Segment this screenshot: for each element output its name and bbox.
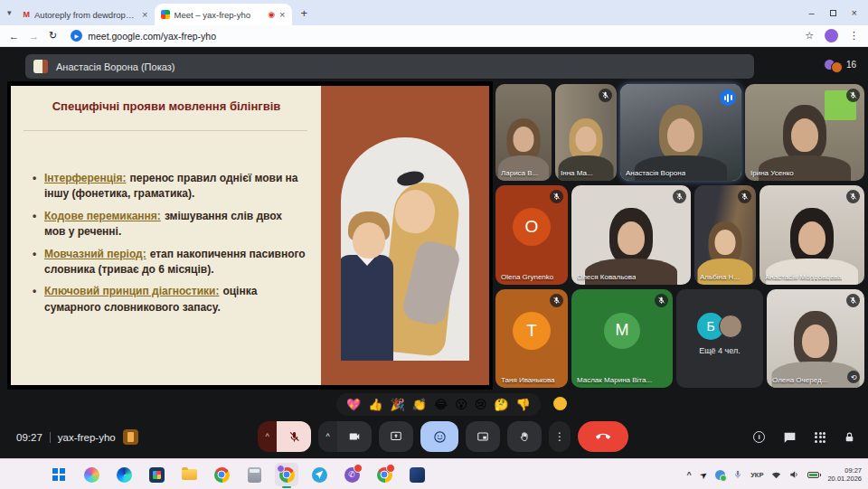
slide-bullet: Інтерференція:перенос правил однієї мови… [33,171,306,202]
presenter-banner: Анастасія Ворона (Показ) [25,54,754,79]
layout-button[interactable] [466,421,500,452]
overflow-count: Ещё 4 чел. [676,346,763,355]
bookmark-star-icon[interactable]: ☆ [805,30,814,42]
host-controls-button[interactable] [844,431,855,444]
volume-icon[interactable] [789,470,799,479]
camera-button[interactable] [337,421,372,452]
telegram-tray-icon[interactable]: ➤ [697,468,709,481]
participant-tile[interactable]: Анастасія Ворона [620,84,741,181]
slide-bullet: Кодове перемикання:змішування слів двох … [33,209,306,240]
window-maximize-button[interactable] [830,10,836,16]
mic-off-icon [550,294,563,307]
participant-count: 16 [846,60,856,70]
presentation-thumbnail [33,60,48,73]
participant-tile[interactable]: Анастасія Мордовцева [760,185,864,285]
reaction-thumbs-down-button[interactable]: 👎 [516,399,531,410]
browser-menu-icon[interactable]: ⋮ [849,30,859,42]
meet-app: Анастасія Ворона (Показ) 16 Специфічні п… [0,47,868,458]
reaction-laugh-button[interactable]: 😂 [434,399,448,410]
window-minimize-button[interactable]: – [808,7,814,18]
calculator-taskbar-icon[interactable] [242,463,266,486]
start-taskbar-icon[interactable] [47,463,71,486]
screen: ▾ M Autoreply from dewdrop@uk... × Meet … [0,0,868,489]
audio-indicator-icon [720,89,736,106]
language-indicator[interactable]: УКР [750,471,763,479]
raise-hand-button[interactable] [507,421,542,452]
avatar: М [604,313,640,349]
slide-bullet: Ключовий принцип діагностики:оцінка сума… [33,284,306,315]
mic-button[interactable] [277,421,311,452]
store-taskbar-icon[interactable] [145,463,168,486]
file-explorer-taskbar-icon[interactable] [177,463,201,486]
window-close-button[interactable]: × [852,7,857,18]
network-status-icon[interactable] [715,470,725,480]
flip-camera-icon[interactable]: ⟲ [847,371,860,383]
participants-badge[interactable]: 16 [824,56,856,73]
meet-app-taskbar-icon[interactable] [275,463,298,486]
tab-search-chevron-icon[interactable]: ▾ [7,8,12,17]
avatar [831,61,843,73]
back-button[interactable]: ← [9,31,19,42]
participant-tile[interactable]: ⟲Олена Очеред... [767,289,864,388]
browser-tab-meet[interactable]: Meet – yax-frep-yho ◉ × [155,4,292,25]
new-tab-button[interactable]: + [301,6,308,20]
participant-tile[interactable]: ТТаня Иванькова [495,289,568,388]
reaction-surprised-button[interactable]: 😮 [455,399,467,410]
info-button[interactable]: i [753,431,765,443]
activities-button[interactable] [815,432,826,443]
mic-tray-icon[interactable] [733,469,742,480]
participant-name: Інна Ма... [561,169,593,177]
participant-name: Маслак Марина Віта... [577,376,652,384]
participant-tile[interactable]: OOlena Grynenko [495,185,568,285]
tray-date: 20.01.2026 [827,475,862,483]
copilot-taskbar-icon[interactable] [80,463,103,486]
reaction-clap-button[interactable]: 👏 [412,399,427,410]
chrome-profile-taskbar-icon[interactable] [373,463,396,486]
participant-tile[interactable]: ММаслак Марина Віта... [571,289,673,388]
chat-button[interactable] [783,431,797,444]
profile-avatar[interactable] [825,29,838,42]
participant-tile[interactable]: Ірина Усенко [745,84,864,181]
reaction-heart-button[interactable]: 💖 [346,399,361,410]
participant-tile[interactable]: Лариса В... [495,84,552,181]
mic-off-icon [655,294,668,307]
end-call-button[interactable] [578,421,628,452]
close-tab-icon[interactable]: × [279,9,285,20]
meeting-room-icon[interactable] [123,429,138,445]
reaction-thumbs-up-button[interactable]: 👍 [368,399,382,410]
browser-tab-gmail[interactable]: M Autoreply from dewdrop@uk... × [17,4,155,25]
avatar: Б [697,313,742,340]
tray-chevron-icon[interactable]: ^ [687,470,692,479]
edge-taskbar-icon[interactable] [112,463,136,486]
participant-tile[interactable]: Інна Ма... [555,84,617,181]
more-options-button[interactable]: ⋮ [549,421,571,452]
forward-button[interactable]: → [29,31,39,42]
reload-button[interactable]: ↻ [49,30,57,42]
taskbar-clock[interactable]: 09:27 20.01.2026 [827,466,862,484]
mic-options-button[interactable]: ^ [258,421,277,452]
system-tray: ^ ➤ УКР 09:27 20.01.2026 [687,459,862,489]
present-button[interactable] [379,421,413,452]
chrome-taskbar-icon[interactable] [210,463,233,486]
reaction-thinking-button[interactable]: 🤔 [494,399,508,410]
mail-app-taskbar-icon[interactable] [405,463,429,486]
children-photo [341,137,469,361]
reaction-cry-button[interactable]: 😢 [475,399,487,410]
camera-options-button[interactable]: ^ [318,421,337,452]
tab-title: Meet – yax-frep-yho [175,10,264,20]
telegram-taskbar-icon[interactable] [307,463,331,486]
reaction-party-button[interactable]: 🎉 [390,399,404,410]
viber-taskbar-icon[interactable]: ✆ [340,463,363,486]
hand-icon [519,431,531,443]
participant-tile[interactable]: Альбіна Н... [694,185,756,285]
close-tab-icon[interactable]: × [142,9,147,20]
participant-tile[interactable]: Олеся Ковальова [571,185,691,285]
mic-off-icon [288,431,300,443]
battery-icon[interactable] [807,472,819,478]
url-field[interactable]: ▶ meet.google.com/yax-frep-yho [71,30,216,42]
participant-tile[interactable]: БЕщё 4 чел. [676,289,763,388]
wifi-icon[interactable] [771,471,781,479]
reactions-button[interactable] [420,421,458,452]
gmail-icon: M [24,10,31,19]
participant-name: Ірина Усенко [750,169,794,177]
